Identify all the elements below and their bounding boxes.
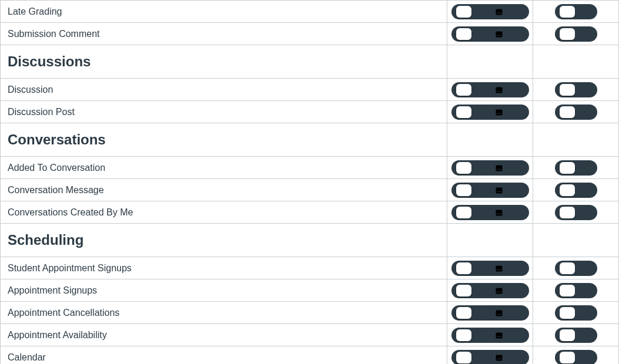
push-frequency-toggle-check-option[interactable] bbox=[560, 262, 575, 274]
email-frequency-toggle-x-option[interactable] bbox=[509, 329, 524, 341]
push-frequency-toggle-check-option[interactable] bbox=[560, 28, 575, 40]
email-frequency-toggle-clock-option[interactable] bbox=[474, 307, 489, 319]
email-frequency-toggle-check-option[interactable] bbox=[456, 162, 471, 174]
email-frequency-toggle-calendar-option[interactable] bbox=[491, 285, 507, 296]
email-frequency-toggle-clock-option[interactable] bbox=[474, 352, 489, 363]
push-frequency-toggle[interactable] bbox=[555, 82, 597, 97]
push-frequency-toggle-check-option[interactable] bbox=[560, 106, 575, 118]
push-frequency-toggle-check-option[interactable] bbox=[560, 285, 575, 296]
push-frequency-toggle-x-option[interactable] bbox=[577, 6, 593, 18]
email-frequency-toggle[interactable] bbox=[451, 328, 529, 343]
email-frequency-toggle-calendar-option[interactable] bbox=[491, 28, 507, 40]
email-frequency-toggle-clock-option[interactable] bbox=[474, 262, 489, 274]
notification-label: Discussion bbox=[8, 85, 53, 95]
push-frequency-toggle-check-option[interactable] bbox=[560, 307, 575, 319]
push-frequency-toggle[interactable] bbox=[555, 283, 597, 298]
email-frequency-toggle-clock-option[interactable] bbox=[474, 84, 489, 96]
notification-label: Discussion Post bbox=[8, 107, 75, 117]
push-frequency-toggle[interactable] bbox=[555, 261, 597, 276]
email-frequency-toggle[interactable] bbox=[451, 261, 529, 276]
push-frequency-toggle-x-option[interactable] bbox=[577, 162, 593, 174]
email-frequency-toggle[interactable] bbox=[451, 160, 529, 176]
push-frequency-toggle[interactable] bbox=[555, 26, 597, 42]
email-frequency-toggle-clock-option[interactable] bbox=[474, 162, 489, 174]
section-header: Conversations bbox=[1, 123, 447, 157]
push-frequency-toggle-x-option[interactable] bbox=[577, 207, 593, 218]
email-frequency-toggle-clock-option[interactable] bbox=[474, 207, 489, 218]
email-frequency-toggle-clock-option[interactable] bbox=[474, 106, 489, 118]
email-frequency-toggle-clock-option[interactable] bbox=[474, 329, 489, 341]
push-frequency-toggle-x-option[interactable] bbox=[577, 184, 593, 196]
push-frequency-toggle-x-option[interactable] bbox=[577, 307, 593, 319]
email-frequency-toggle-check-option[interactable] bbox=[456, 84, 471, 96]
email-frequency-toggle-calendar-option[interactable] bbox=[491, 329, 507, 341]
email-frequency-toggle-calendar-option[interactable] bbox=[491, 184, 507, 196]
email-frequency-toggle-clock-option[interactable] bbox=[474, 6, 489, 18]
email-frequency-toggle-clock-option[interactable] bbox=[474, 184, 489, 196]
push-frequency-toggle[interactable] bbox=[555, 183, 597, 198]
email-frequency-toggle[interactable] bbox=[451, 26, 529, 42]
email-frequency-toggle-x-option[interactable] bbox=[509, 84, 524, 96]
push-frequency-toggle[interactable] bbox=[555, 4, 597, 19]
email-frequency-toggle-check-option[interactable] bbox=[456, 28, 471, 40]
email-frequency-toggle[interactable] bbox=[451, 283, 529, 298]
email-frequency-toggle-calendar-option[interactable] bbox=[491, 6, 507, 18]
email-frequency-toggle-x-option[interactable] bbox=[509, 307, 524, 319]
email-frequency-toggle-calendar-option[interactable] bbox=[491, 207, 507, 218]
email-frequency-toggle-check-option[interactable] bbox=[456, 285, 471, 296]
email-frequency-toggle[interactable] bbox=[451, 4, 529, 19]
email-frequency-toggle-x-option[interactable] bbox=[509, 28, 524, 40]
push-frequency-toggle-check-option[interactable] bbox=[560, 352, 575, 363]
email-frequency-toggle-check-option[interactable] bbox=[456, 106, 471, 118]
push-frequency-toggle-check-option[interactable] bbox=[560, 84, 575, 96]
push-frequency-toggle[interactable] bbox=[555, 105, 597, 120]
push-frequency-toggle[interactable] bbox=[555, 305, 597, 321]
push-frequency-toggle-check-option[interactable] bbox=[560, 184, 575, 196]
push-frequency-toggle-x-option[interactable] bbox=[577, 285, 593, 296]
push-frequency-toggle-x-option[interactable] bbox=[577, 352, 593, 363]
push-frequency-toggle[interactable] bbox=[555, 350, 597, 365]
email-frequency-toggle-x-option[interactable] bbox=[509, 285, 524, 296]
email-frequency-toggle[interactable] bbox=[451, 183, 529, 198]
push-frequency-toggle[interactable] bbox=[555, 160, 597, 176]
email-frequency-toggle-check-option[interactable] bbox=[456, 352, 471, 363]
email-frequency-toggle-x-option[interactable] bbox=[509, 106, 524, 118]
push-frequency-toggle-x-option[interactable] bbox=[577, 106, 593, 118]
push-frequency-toggle[interactable] bbox=[555, 328, 597, 343]
email-frequency-toggle-check-option[interactable] bbox=[456, 207, 471, 218]
email-frequency-toggle[interactable] bbox=[451, 205, 529, 220]
email-frequency-toggle-check-option[interactable] bbox=[456, 307, 471, 319]
email-frequency-toggle-calendar-option[interactable] bbox=[491, 307, 507, 319]
push-frequency-toggle-x-option[interactable] bbox=[577, 84, 593, 96]
email-frequency-toggle-calendar-option[interactable] bbox=[491, 106, 507, 118]
email-frequency-toggle[interactable] bbox=[451, 82, 529, 97]
email-frequency-toggle-check-option[interactable] bbox=[456, 329, 471, 341]
email-frequency-toggle-x-option[interactable] bbox=[509, 207, 524, 218]
email-frequency-toggle-x-option[interactable] bbox=[509, 162, 524, 174]
email-frequency-toggle[interactable] bbox=[451, 105, 529, 120]
email-frequency-toggle-calendar-option[interactable] bbox=[491, 352, 507, 363]
email-frequency-toggle-x-option[interactable] bbox=[509, 352, 524, 363]
email-frequency-toggle-x-option[interactable] bbox=[509, 184, 524, 196]
push-frequency-toggle-check-option[interactable] bbox=[560, 329, 575, 341]
email-frequency-toggle[interactable] bbox=[451, 305, 529, 321]
push-frequency-toggle-check-option[interactable] bbox=[560, 162, 575, 174]
email-frequency-toggle-x-option[interactable] bbox=[509, 6, 524, 18]
push-frequency-toggle-check-option[interactable] bbox=[560, 6, 575, 18]
email-frequency-toggle-check-option[interactable] bbox=[456, 184, 471, 196]
push-frequency-toggle[interactable] bbox=[555, 205, 597, 220]
email-frequency-toggle-clock-option[interactable] bbox=[474, 285, 489, 296]
email-frequency-toggle-check-option[interactable] bbox=[456, 262, 471, 274]
push-frequency-toggle-check-option[interactable] bbox=[560, 207, 575, 218]
email-frequency-toggle-calendar-option[interactable] bbox=[491, 162, 507, 174]
email-frequency-toggle[interactable] bbox=[451, 350, 529, 365]
push-frequency-toggle-x-option[interactable] bbox=[577, 28, 593, 40]
push-frequency-toggle-x-option[interactable] bbox=[577, 329, 593, 341]
push-frequency-toggle-x-option[interactable] bbox=[577, 262, 593, 274]
email-frequency-cell bbox=[447, 1, 533, 23]
email-frequency-toggle-x-option[interactable] bbox=[509, 262, 524, 274]
email-frequency-toggle-check-option[interactable] bbox=[456, 6, 471, 18]
email-frequency-toggle-calendar-option[interactable] bbox=[491, 262, 507, 274]
email-frequency-toggle-clock-option[interactable] bbox=[474, 28, 489, 40]
email-frequency-toggle-calendar-option[interactable] bbox=[491, 84, 507, 96]
